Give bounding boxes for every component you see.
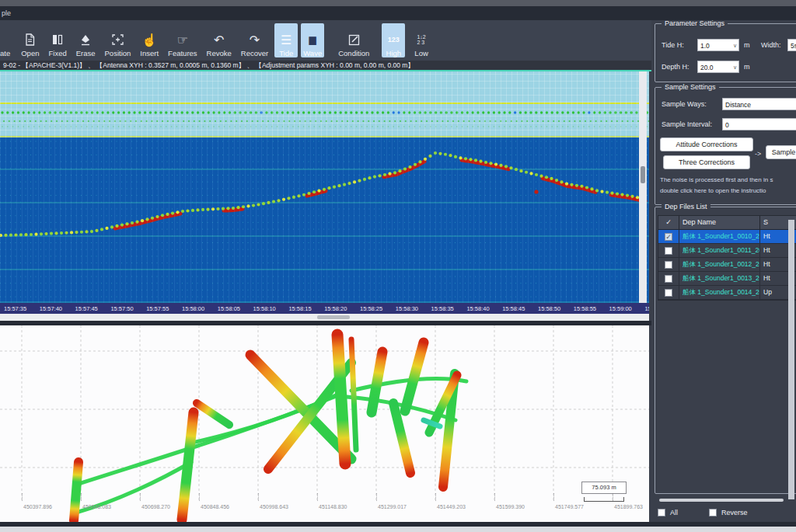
reverse-checkbox[interactable] xyxy=(709,509,717,516)
map-x-tick xyxy=(258,493,259,501)
dep-file-checkbox[interactable] xyxy=(665,275,672,283)
dep-file-checkbox[interactable] xyxy=(665,289,672,297)
time-tick-label: 15:57:45 xyxy=(75,305,98,312)
dep-file-row[interactable]: ✓船体 1_Sounder1_0010_2023...Ht xyxy=(658,230,796,244)
toolbar-button-insert[interactable]: ☝Insert xyxy=(135,23,163,57)
reverse-checkbox-label: Reverse xyxy=(721,509,748,516)
time-tick-label: 15:58:10 xyxy=(253,305,276,312)
sample-interval-input[interactable]: 0 xyxy=(722,118,796,130)
instruction-note-line2[interactable]: double click here to open the instructio xyxy=(660,187,766,194)
dep-file-checkbox-cell: ✓ xyxy=(658,230,679,243)
tide-h-value: 1.0 xyxy=(700,42,710,50)
map-x-label: 450397.896 xyxy=(23,504,52,509)
dep-file-name: 船体 1_Sounder1_0012_2023... xyxy=(679,258,760,271)
flow-arrow: -> xyxy=(755,150,761,158)
dep-file-name: 船体 1_Sounder1_0010_2023... xyxy=(679,230,760,243)
time-tick-label: 15:58:30 xyxy=(396,305,418,312)
toolbar-button-position[interactable]: Position xyxy=(100,23,136,57)
dep-name-column-header[interactable]: Dep Name xyxy=(679,216,760,229)
attitude-corrections-button[interactable]: Attitude Corrections xyxy=(660,137,753,151)
toolbar-button-high[interactable]: 123High xyxy=(382,23,405,57)
dep-file-name: 船体 1_Sounder1_0011_2023... xyxy=(679,244,760,257)
dep-file-checkbox-cell xyxy=(658,244,679,257)
toolbar-button-fixed[interactable]: Fixed xyxy=(44,23,71,57)
toolbar-button-label: High xyxy=(386,49,402,57)
toolbar-button-recover[interactable]: ↷Recover xyxy=(236,23,273,57)
map-x-tick xyxy=(435,493,436,501)
toolbar-button-open[interactable]: Open xyxy=(16,23,44,57)
sample-button[interactable]: Sample xyxy=(766,145,796,159)
instruction-note-line1[interactable]: The noise is processed first and then in… xyxy=(660,176,773,183)
map-x-label: 450548.083 xyxy=(82,504,111,509)
dep-file-row[interactable]: 船体 1_Sounder1_0013_2023...Ht xyxy=(658,272,796,286)
status-bar: 9-02 - 【APACHE-3(V1.1)】 、 【Antenna XYH :… xyxy=(0,61,651,70)
chart-hscroll-handle[interactable] xyxy=(317,315,350,319)
main-area: ateOpenFixedErasePosition☝Insert☞Feature… xyxy=(0,20,651,522)
tide-h-label: Tide H: xyxy=(662,41,684,49)
chart-vertical-scrollbar[interactable] xyxy=(639,71,647,303)
position-crosshair-icon xyxy=(111,30,124,49)
chevron-down-icon: ∨ xyxy=(733,61,737,73)
toolbar-button-revoke[interactable]: ↶Revoke xyxy=(202,23,236,57)
chevron-down-icon: ∨ xyxy=(733,40,737,51)
map-x-tick xyxy=(22,493,23,501)
dep-file-checkbox[interactable]: ✓ xyxy=(665,233,672,241)
tide-h-select[interactable]: 1.0 ∨ xyxy=(697,39,739,51)
group-title-sample-settings: Sample Settings xyxy=(662,83,719,91)
sample-interval-label: Sample Interval: xyxy=(662,120,712,128)
toolbar-button-wave[interactable]: ▆Wave xyxy=(301,23,324,57)
numbers-123-icon: 123 xyxy=(388,30,400,49)
toolbar-button-tide[interactable]: ☰Tide xyxy=(274,23,298,57)
toolbar-button-condition[interactable]: Condition xyxy=(333,23,374,57)
width-input[interactable]: 5s xyxy=(787,39,796,51)
dep-file-row[interactable]: 船体 1_Sounder1_0011_2023...Ht xyxy=(658,244,796,258)
parameter-settings-group: Parameter Settings Tide H: 1.0 ∨ m Width… xyxy=(655,23,796,82)
redo-arrow-icon: ↷ xyxy=(250,30,260,49)
edit-square-icon xyxy=(348,30,360,49)
dep-file-checkbox[interactable] xyxy=(665,261,672,269)
dep-files-header-row: ✓ Dep Name S xyxy=(658,216,796,230)
dep-files-list-group: Dep Files List ✓ Dep Name S ✓船体 1_Sounde… xyxy=(655,207,796,494)
chart-vscroll-handle[interactable] xyxy=(641,166,645,183)
map-x-tick xyxy=(140,493,141,501)
sample-ways-select[interactable]: Distance xyxy=(722,98,796,110)
dep-file-checkbox[interactable] xyxy=(665,247,672,255)
dep-list-horizontal-scrollbar[interactable] xyxy=(659,499,784,502)
depth-profile-chart[interactable] xyxy=(0,71,649,303)
check-column-header[interactable]: ✓ xyxy=(658,216,679,229)
time-tick-label: 15:59:00 xyxy=(609,305,632,312)
time-tick-label: 15:57:40 xyxy=(40,305,62,312)
map-x-label: 451299.017 xyxy=(378,504,407,509)
toolbar-button-features[interactable]: ☞Features xyxy=(163,23,202,57)
time-tick-label: 15:57:55 xyxy=(146,305,169,312)
titlebar: ple xyxy=(0,6,796,20)
map-x-tick xyxy=(81,493,82,501)
depth-h-select[interactable]: 20.0 ∨ xyxy=(697,61,739,73)
toolbar-button-generate[interactable]: ate xyxy=(0,23,12,57)
sample-interval-value: 0 xyxy=(725,121,729,129)
dep-file-row[interactable]: 船体 1_Sounder1_0014_2023...Up xyxy=(658,286,796,300)
map-scale-label: 75.093 m xyxy=(592,484,616,491)
map-x-label: 450698.270 xyxy=(141,504,170,509)
map-scale: 75.093 m xyxy=(581,482,627,494)
time-tick-label: 15:58:20 xyxy=(324,305,347,312)
toolbar-button-label: Insert xyxy=(140,49,159,57)
track-map[interactable]: 450397.896450548.083450698.270450848.456… xyxy=(0,325,649,522)
toolbar-button-low[interactable]: 1↓22 3Low xyxy=(410,23,432,57)
time-tick-label: 15:59:0 xyxy=(644,305,649,312)
toolbar-button-label: Position xyxy=(105,49,131,57)
fixed-panels-icon xyxy=(51,30,64,49)
toolbar-button-erase[interactable]: Erase xyxy=(72,23,100,57)
chart-horizontal-scrollbar[interactable] xyxy=(0,314,649,321)
toolbar-button-label: ate xyxy=(0,49,10,57)
toolbar-button-label: Fixed xyxy=(48,49,66,57)
three-corrections-button[interactable]: Three Corrections xyxy=(663,155,750,169)
time-tick-label: 15:58:05 xyxy=(218,305,240,312)
dep-file-row[interactable]: 船体 1_Sounder1_0012_2023...Ht xyxy=(658,258,796,272)
undo-arrow-icon: ↶ xyxy=(214,30,224,49)
file-list-vertical-scrollbar[interactable] xyxy=(788,220,794,499)
pointing-hand-icon: ☞ xyxy=(177,30,188,49)
all-checkbox[interactable] xyxy=(658,509,665,516)
toolbar-button-label: Tide xyxy=(279,49,293,57)
map-x-label: 450998.643 xyxy=(260,504,288,509)
